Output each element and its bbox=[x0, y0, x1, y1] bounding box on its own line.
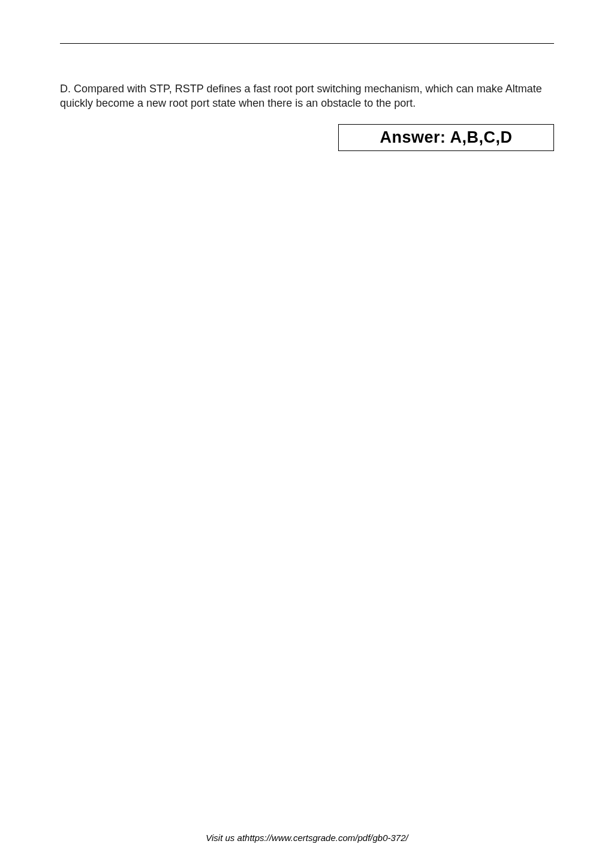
content-block: D. Compared with STP, RSTP defines a fas… bbox=[60, 82, 554, 151]
option-d-text: D. Compared with STP, RSTP defines a fas… bbox=[60, 82, 554, 111]
answer-label: Answer: A,B,C,D bbox=[380, 128, 512, 146]
header-divider bbox=[60, 43, 554, 44]
footer-text: Visit us athttps://www.certsgrade.com/pd… bbox=[0, 833, 614, 843]
page-container: D. Compared with STP, RSTP defines a fas… bbox=[0, 0, 614, 868]
option-letter: D. bbox=[60, 83, 71, 95]
option-body: Compared with STP, RSTP defines a fast r… bbox=[60, 83, 542, 109]
answer-box: Answer: A,B,C,D bbox=[338, 124, 554, 151]
